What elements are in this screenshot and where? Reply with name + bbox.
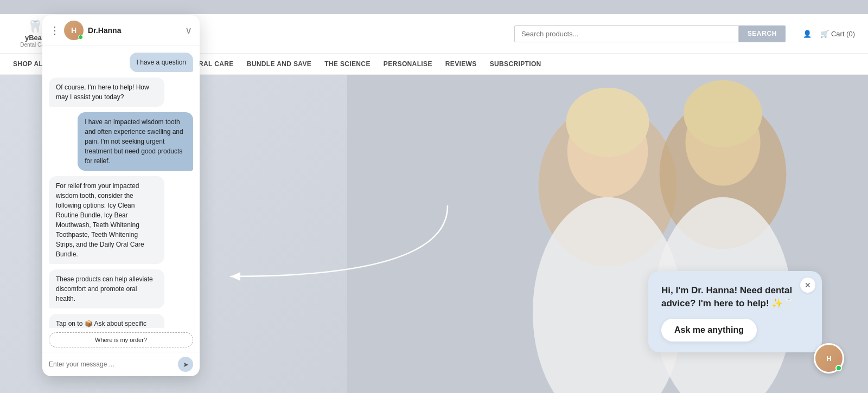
connector-arrow <box>214 201 453 298</box>
nav-reviews[interactable]: REVIEWS <box>445 54 477 74</box>
nav-subscription[interactable]: SUBSCRIPTION <box>490 54 541 74</box>
chat-header: ⋮ H Dr.Hanna ∨ <box>42 15 200 46</box>
search-button[interactable]: SEARCH <box>739 25 786 42</box>
chat-input[interactable] <box>49 360 174 368</box>
chat-minimize-icon[interactable]: ∨ <box>185 24 192 36</box>
header-icons: 👤 🛒 Cart (0) <box>803 30 855 38</box>
search-area: SEARCH <box>514 25 786 42</box>
logo-icon: 🦷 <box>28 20 42 34</box>
logo-line1: yBear <box>25 34 44 42</box>
chat-footer: ➤ <box>42 352 200 376</box>
float-avatar-initials: H <box>826 355 831 363</box>
close-icon: ✕ <box>805 281 811 289</box>
message-5: These products can help alleviate discom… <box>49 269 164 308</box>
avatar-initials: H <box>71 26 76 35</box>
ask-me-anything-button[interactable]: Ask me anything <box>661 319 757 342</box>
avatar-online-indicator <box>78 35 83 40</box>
account-icon: 👤 <box>803 30 812 38</box>
quick-order-btn[interactable]: Where is my order? <box>49 332 193 347</box>
cart-icon-item[interactable]: 🛒 Cart (0) <box>820 30 855 38</box>
chat-avatar: H <box>64 21 84 40</box>
chat-messages: I have a question Of course, I'm here to… <box>42 46 200 328</box>
dr-hanna-float-container: H <box>826 353 856 383</box>
chat-menu-icon[interactable]: ⋮ <box>50 24 60 36</box>
cart-icon: 🛒 <box>820 30 829 38</box>
send-icon: ➤ <box>183 360 189 369</box>
svg-point-5 <box>566 88 649 157</box>
dr-hanna-avatar[interactable]: H <box>814 343 844 373</box>
chat-agent-name: Dr.Hanna <box>88 26 181 35</box>
message-1: I have a question <box>130 53 193 72</box>
message-2: Of course, I'm here to help! How may I a… <box>49 78 164 107</box>
float-avatar-online <box>835 365 842 371</box>
quick-suggestions: Where is my order? <box>42 328 200 352</box>
nav-the-science[interactable]: THE SCIENCE <box>324 54 371 74</box>
svg-marker-9 <box>231 272 240 281</box>
search-input[interactable] <box>514 25 739 42</box>
message-4: For relief from your impacted wisdom too… <box>49 176 164 264</box>
svg-point-6 <box>684 80 762 147</box>
chat-send-button[interactable]: ➤ <box>178 357 193 372</box>
popup-greeting-text: Hi, I'm Dr. Hanna! Need dental advice? I… <box>661 284 809 310</box>
chat-widget: ⋮ H Dr.Hanna ∨ I have a question Of cour… <box>42 15 200 376</box>
nav-bundle-save[interactable]: BUNDLE AND SAVE <box>247 54 311 74</box>
popup-close-button[interactable]: ✕ <box>800 278 815 293</box>
nav-personalise[interactable]: PERSONALISE <box>384 54 432 74</box>
message-6: Tap on to 📦 Ask about specific product T… <box>49 314 164 328</box>
account-icon-item[interactable]: 👤 <box>803 30 812 38</box>
message-3: I have an impacted wisdom tooth and ofte… <box>78 112 193 171</box>
cart-label: Cart (0) <box>831 30 855 38</box>
popup-bubble: ✕ Hi, I'm Dr. Hanna! Need dental advice?… <box>648 271 822 352</box>
